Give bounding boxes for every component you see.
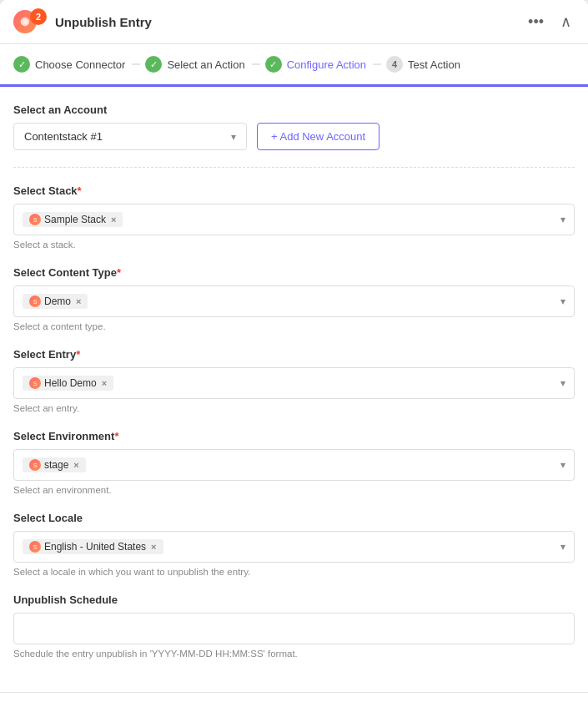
stack-dropdown[interactable]: S Sample Stack × ▾ <box>13 204 575 235</box>
chevron-down-icon: ▾ <box>231 131 236 143</box>
schedule-hint: Schedule the entry unpublish in 'YYYY-MM… <box>13 649 575 659</box>
account-label: Select an Account <box>13 104 575 116</box>
section-divider <box>13 167 575 168</box>
locale-hint: Select a locale in which you want to unp… <box>13 567 575 577</box>
schedule-field: Unpublish Schedule Schedule the entry un… <box>13 593 575 659</box>
stack-tags: S Sample Stack × <box>23 212 560 227</box>
environment-field: Select Environment* S stage × ▾ Select a… <box>13 430 575 495</box>
tag-icon: S <box>29 459 41 471</box>
locale-tags: S English - United States × <box>23 539 560 554</box>
stepper: ✓ Choose Connector ✓ Select an Action ✓ … <box>0 44 588 87</box>
account-selected-value: Contentstack #1 <box>24 130 103 143</box>
stack-field: Select Stack* S Sample Stack × ▾ Select … <box>13 184 575 250</box>
required-marker: * <box>76 348 80 361</box>
content-type-tags: S Demo × <box>23 294 560 309</box>
account-section: Select an Account Contentstack #1 ▾ + Ad… <box>13 104 575 150</box>
main-content: Select an Account Contentstack #1 ▾ + Ad… <box>0 87 588 692</box>
locale-label: Select Locale <box>13 512 575 524</box>
step-test-action: 4 Test Action <box>386 56 480 73</box>
step-label: Test Action <box>408 58 460 71</box>
step-label: Select an Action <box>167 58 244 71</box>
environment-tags: S stage × <box>23 457 560 472</box>
stack-label: Select Stack* <box>13 184 575 197</box>
step-label: Configure Action <box>287 58 366 71</box>
stack-tag: S Sample Stack × <box>23 212 123 227</box>
chevron-down-icon: ▾ <box>560 377 565 389</box>
tag-icon: S <box>29 377 41 389</box>
tag-icon: S <box>29 541 41 553</box>
step-label: Choose Connector <box>35 58 125 71</box>
more-options-button[interactable]: ••• <box>525 12 547 33</box>
footer: Hide optional fields Proceed → <box>0 692 588 702</box>
content-type-tag: S Demo × <box>23 294 88 309</box>
content-type-label: Select Content Type* <box>13 266 575 279</box>
environment-hint: Select an environment. <box>13 485 575 495</box>
tag-remove-icon[interactable]: × <box>76 296 81 306</box>
tag-remove-icon[interactable]: × <box>151 542 156 552</box>
entry-dropdown[interactable]: S Hello Demo × ▾ <box>13 367 575 399</box>
chevron-down-icon: ▾ <box>560 541 565 553</box>
content-type-hint: Select a content type. <box>13 321 575 331</box>
required-marker: * <box>117 266 121 279</box>
main-window: 2 Unpublish Entry ••• ∧ ✓ Choose Connect… <box>0 0 588 702</box>
step-configure-action: ✓ Configure Action <box>265 56 386 73</box>
tag-label: English - United States <box>44 541 146 553</box>
schedule-label: Unpublish Schedule <box>13 593 575 606</box>
title-bar-left: 2 Unpublish Entry <box>13 10 152 33</box>
step-check-icon: ✓ <box>13 56 30 73</box>
entry-field: Select Entry* S Hello Demo × ▾ Select an… <box>13 348 575 413</box>
locale-tag: S English - United States × <box>23 539 163 554</box>
environment-label: Select Environment* <box>13 430 575 442</box>
step-choose-connector: ✓ Choose Connector <box>13 56 145 73</box>
add-account-button[interactable]: + Add New Account <box>257 123 379 150</box>
notification-badge: 2 <box>30 8 47 25</box>
entry-hint: Select an entry. <box>13 403 575 413</box>
window-title: Unpublish Entry <box>55 15 152 29</box>
content-type-field: Select Content Type* S Demo × ▾ Select a… <box>13 266 575 331</box>
stack-hint: Select a stack. <box>13 240 575 250</box>
schedule-input[interactable] <box>13 613 575 644</box>
entry-tag: S Hello Demo × <box>23 376 113 391</box>
required-marker: * <box>114 430 118 442</box>
environment-dropdown[interactable]: S stage × ▾ <box>13 449 575 481</box>
locale-dropdown[interactable]: S English - United States × ▾ <box>13 531 575 563</box>
account-dropdown[interactable]: Contentstack #1 ▾ <box>13 123 247 150</box>
tag-label: Sample Stack <box>44 214 106 225</box>
environment-tag: S stage × <box>23 457 86 472</box>
tag-icon: S <box>29 295 41 307</box>
locale-field: Select Locale S English - United States … <box>13 512 575 577</box>
content-type-dropdown[interactable]: S Demo × ▾ <box>13 285 575 317</box>
chevron-down-icon: ▾ <box>560 214 565 225</box>
step-select-action: ✓ Select an Action <box>145 56 264 73</box>
entry-tags: S Hello Demo × <box>23 376 560 391</box>
tag-remove-icon[interactable]: × <box>73 460 78 470</box>
chevron-down-icon: ▾ <box>560 295 565 307</box>
tag-label: Demo <box>44 295 71 307</box>
step-check-icon: ✓ <box>145 56 162 73</box>
tag-icon: S <box>29 214 41 225</box>
title-bar: 2 Unpublish Entry ••• ∧ <box>0 0 588 44</box>
tag-remove-icon[interactable]: × <box>102 378 107 388</box>
chevron-down-icon: ▾ <box>560 459 565 471</box>
title-bar-right: ••• ∧ <box>525 11 575 33</box>
step-check-icon: ✓ <box>265 56 282 73</box>
tag-remove-icon[interactable]: × <box>111 215 116 225</box>
collapse-button[interactable]: ∧ <box>557 11 575 33</box>
account-row: Contentstack #1 ▾ + Add New Account <box>13 123 575 150</box>
tag-label: stage <box>44 459 68 471</box>
entry-label: Select Entry* <box>13 348 575 361</box>
required-marker: * <box>78 184 82 197</box>
tag-label: Hello Demo <box>44 377 97 389</box>
step-number: 4 <box>386 56 403 73</box>
